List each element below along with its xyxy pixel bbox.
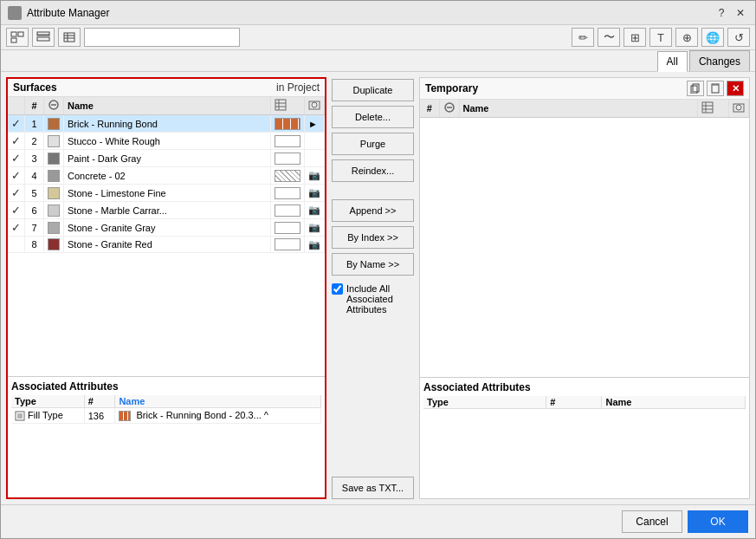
row-preview — [271, 185, 305, 202]
row-num: 4 — [25, 167, 44, 185]
toolbar-icon-grid[interactable]: ⊞ — [624, 28, 646, 47]
right-assoc-col-name: Name — [602, 396, 746, 409]
window-icon — [8, 6, 22, 20]
row-num: 3 — [25, 150, 44, 167]
delete-button[interactable]: Delete... — [332, 106, 414, 128]
row-extra: 📷 — [305, 202, 325, 219]
toolbar-icon-copy[interactable]: ⊕ — [675, 28, 698, 47]
purge-button[interactable]: Purge — [332, 133, 414, 155]
help-button[interactable]: ? — [714, 5, 729, 21]
right-panel: Temporary ✕ # — [419, 77, 750, 499]
row-color-icon — [44, 185, 64, 202]
svg-rect-2 — [10, 14, 14, 18]
tab-all[interactable]: All — [657, 51, 688, 72]
right-assoc-section: Associated Attributes Type # Name — [420, 377, 749, 498]
row-num: 7 — [25, 219, 44, 237]
toolbar-icon-text[interactable]: T — [649, 28, 672, 47]
row-name: Paint - Dark Gray — [64, 150, 271, 167]
row-check — [8, 237, 25, 253]
include-all-label: Include AllAssociatedAttributes — [346, 283, 393, 315]
duplicate-button[interactable]: Duplicate — [332, 79, 414, 101]
save-as-txt-button[interactable]: Save as TXT... — [332, 477, 414, 499]
row-extra: 📷 — [305, 167, 325, 185]
right-panel-title: Temporary — [425, 82, 478, 94]
svg-rect-4 — [11, 32, 16, 36]
row-name: Concrete - 02 — [64, 167, 271, 185]
assoc-num: 136 — [84, 408, 115, 424]
tab-changes[interactable]: Changes — [689, 50, 750, 71]
row-name: Stone - Limestone Fine — [64, 185, 271, 202]
right-assoc-title: Associated Attributes — [423, 381, 746, 393]
right-col-photo — [729, 100, 749, 118]
surfaces-table: # Name — [8, 97, 325, 253]
right-col-name: Name — [459, 100, 698, 118]
row-name: Brick - Running Bond — [64, 115, 271, 133]
toolbar-icon-2[interactable] — [32, 28, 55, 47]
svg-rect-16 — [275, 100, 286, 110]
table-row[interactable]: ✓ 3 Paint - Dark Gray — [8, 150, 325, 167]
toolbar-icon-globe[interactable]: 🌐 — [701, 28, 724, 47]
by-index-button[interactable]: By Index >> — [332, 226, 414, 249]
cancel-button[interactable]: Cancel — [622, 510, 682, 533]
surfaces-table-container: # Name — [8, 97, 325, 376]
table-row[interactable]: ✓ 6 Stone - Marble Carrar... 📷 — [8, 202, 325, 219]
by-name-button[interactable]: By Name >> — [332, 253, 414, 276]
right-table: # Name — [420, 100, 749, 118]
left-panel-header: Surfaces in Project — [8, 79, 325, 97]
ok-button[interactable]: OK — [688, 510, 748, 533]
table-row[interactable]: 8 Stone - Granite Red 📷 — [8, 237, 325, 253]
row-check: ✓ — [8, 133, 25, 150]
row-preview — [271, 237, 305, 253]
close-button[interactable]: ✕ — [733, 5, 748, 21]
row-extra — [305, 150, 325, 167]
right-copy-button[interactable] — [687, 81, 704, 96]
left-assoc-title: Associated Attributes — [11, 380, 321, 393]
col-name: Name — [64, 97, 271, 115]
right-table-container: # Name — [420, 100, 749, 377]
row-extra: ► — [305, 115, 325, 133]
append-button[interactable]: Append >> — [332, 199, 414, 222]
reindex-button[interactable]: Reindex... — [332, 159, 414, 182]
svg-point-21 — [312, 102, 317, 107]
right-panel-header: Temporary ✕ — [420, 78, 749, 100]
row-color-icon — [44, 219, 64, 237]
include-all-checkbox[interactable] — [332, 283, 343, 295]
toolbar-icon-wave[interactable]: 〜 — [598, 28, 620, 47]
table-row[interactable]: ✓ 1 Brick - Running Bond ► — [8, 115, 325, 133]
row-check: ✓ — [8, 202, 25, 219]
table-row[interactable]: ✓ 4 Concrete - 02 📷 — [8, 167, 325, 185]
right-assoc-col-type: Type — [423, 396, 546, 409]
svg-rect-27 — [691, 86, 697, 94]
col-num: # — [25, 97, 44, 115]
title-bar-controls: ? ✕ — [714, 5, 748, 21]
right-close-button[interactable]: ✕ — [727, 81, 744, 96]
toolbar-icon-pen[interactable]: ✏ — [572, 28, 594, 47]
row-name: Stone - Granite Gray — [64, 219, 271, 237]
assoc-col-name: Name — [115, 395, 321, 408]
row-check: ✓ — [8, 185, 25, 202]
search-input[interactable] — [84, 28, 240, 47]
attribute-manager-window: Attribute Manager ? ✕ — [0, 0, 756, 539]
row-num: 8 — [25, 237, 44, 253]
row-preview — [271, 202, 305, 219]
row-num: 1 — [25, 115, 44, 133]
row-extra: 📷 — [305, 219, 325, 237]
row-check: ✓ — [8, 150, 25, 167]
right-assoc-table: Type # Name — [423, 396, 746, 409]
middle-panel: Duplicate Delete... Purge Reindex... App… — [332, 77, 414, 499]
table-row[interactable]: ✓ 7 Stone - Granite Gray 📷 — [8, 219, 325, 237]
row-check: ✓ — [8, 167, 25, 185]
toolbar-icon-1[interactable] — [6, 28, 29, 47]
assoc-type: Fill Type — [11, 408, 84, 424]
table-row[interactable]: ✓ 2 Stucco - White Rough — [8, 133, 325, 150]
right-paste-button[interactable] — [707, 81, 724, 96]
toolbar-icon-3[interactable] — [58, 28, 81, 47]
tabs-row: All Changes — [1, 50, 755, 72]
assoc-name: Brick - Running Bond - 20.3... ^ — [115, 408, 321, 424]
assoc-col-type: Type — [11, 395, 84, 408]
row-name: Stone - Marble Carrar... — [64, 202, 271, 219]
table-row[interactable]: ✓ 5 Stone - Limestone Fine 📷 — [8, 185, 325, 202]
toolbar-icon-refresh[interactable]: ↺ — [727, 28, 750, 47]
assoc-row[interactable]: Fill Type 136 Brick - Running Bond - 20.… — [11, 408, 321, 424]
col-check — [8, 97, 25, 115]
